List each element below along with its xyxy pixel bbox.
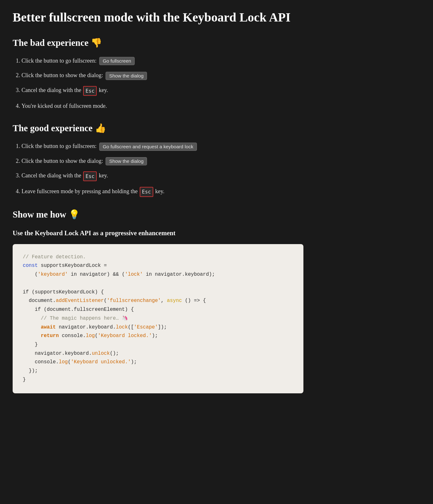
- good-step-4-text-after: key.: [155, 188, 164, 194]
- code-line-comment1: // Feature detection.: [23, 253, 293, 262]
- good-step-2: Click the button to show the dialog: Sho…: [21, 157, 303, 166]
- go-fullscreen-good-button[interactable]: Go fullscreen and request a keyboard loc…: [99, 143, 197, 151]
- bad-step-3-text-before: Cancel the dialog with the: [21, 87, 81, 93]
- bad-step-1: Click the button to go fullscreen: Go fu…: [21, 56, 303, 65]
- bad-experience-heading: The bad experience 👎: [13, 35, 303, 50]
- code-line-comment2: // The magic happens here… 🦄: [23, 314, 293, 323]
- good-step-4-text-before: Leave fullscreen mode by pressing and ho…: [21, 188, 137, 194]
- code-line-closebrace: }: [23, 376, 293, 384]
- show-me-how-heading: Show me how 💡: [13, 207, 303, 222]
- go-fullscreen-bad-button[interactable]: Go fullscreen: [99, 57, 135, 65]
- bad-steps-list: Click the button to go fullscreen: Go fu…: [13, 56, 303, 111]
- code-line-await: await navigator.keyboard.lock(['Escape']…: [23, 323, 293, 332]
- good-step-4: Leave fullscreen mode by pressing and ho…: [21, 187, 303, 197]
- good-step-3: Cancel the dialog with the Esc key.: [21, 171, 303, 181]
- code-line-consolelog: console.log('Keyboard unlocked.');: [23, 358, 293, 367]
- good-step-3-text-after: key.: [99, 172, 108, 179]
- esc-key-good-3: Esc: [83, 171, 97, 181]
- code-line-brace1: }: [23, 341, 293, 349]
- bad-step-3: Cancel the dialog with the Esc key.: [21, 86, 303, 96]
- bad-step-4-text: You're kicked out of fullscreen mode.: [21, 103, 107, 109]
- bad-step-2-text: Click the button to show the dialog:: [21, 72, 103, 78]
- show-dialog-good-button[interactable]: Show the dialog: [106, 157, 147, 165]
- bad-step-1-text: Click the button to go fullscreen:: [21, 58, 96, 64]
- code-line-if2: if (document.fullscreenElement) {: [23, 305, 293, 314]
- code-line-unlock: navigator.keyboard.unlock();: [23, 349, 293, 358]
- esc-key-bad-3: Esc: [83, 86, 97, 96]
- esc-key-good-4: Esc: [140, 187, 153, 197]
- good-experience-heading: The good experience 👍: [13, 121, 303, 135]
- bad-step-2: Click the button to show the dialog: Sho…: [21, 71, 303, 80]
- show-dialog-bad-button[interactable]: Show the dialog: [106, 72, 147, 80]
- good-step-2-text: Click the button to show the dialog:: [21, 158, 103, 164]
- good-step-1: Click the button to go fullscreen: Go fu…: [21, 142, 303, 151]
- progressive-enhancement-subheading: Use the Keyboard Lock API as a progressi…: [13, 228, 303, 238]
- code-line-check: ('keyboard' in navigator) && ('lock' in …: [23, 270, 293, 279]
- bad-step-3-text-after: key.: [99, 87, 108, 93]
- page-title: Better fullscreen mode with the Keyboard…: [13, 10, 303, 25]
- code-line-return: return console.log('Keyboard locked.');: [23, 332, 293, 341]
- code-line-addevent: document.addEventListener('fullscreencha…: [23, 297, 293, 305]
- code-line-closeparen: });: [23, 367, 293, 376]
- code-line-const: const supportsKeyboardLock =: [23, 261, 293, 270]
- bad-step-4: You're kicked out of fullscreen mode.: [21, 101, 303, 111]
- good-steps-list: Click the button to go fullscreen: Go fu…: [13, 142, 303, 197]
- good-step-3-text-before: Cancel the dialog with the: [21, 172, 81, 179]
- code-line-if1: if (supportsKeyboardLock) {: [23, 288, 293, 297]
- good-step-1-text: Click the button to go fullscreen:: [21, 143, 96, 149]
- code-block: // Feature detection. const supportsKeyb…: [13, 244, 303, 393]
